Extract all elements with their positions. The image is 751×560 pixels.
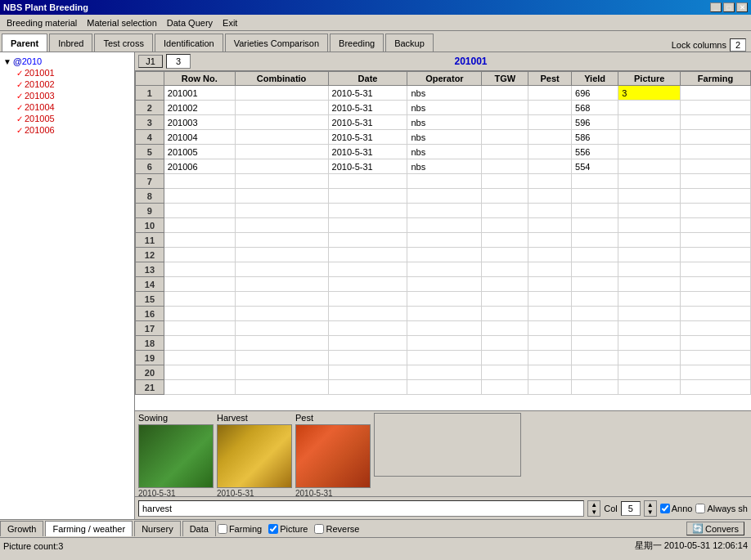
table-cell[interactable]	[235, 380, 328, 395]
table-cell[interactable]	[681, 204, 751, 218]
table-cell[interactable]: 2010-5-31	[328, 86, 407, 101]
table-cell[interactable]: nbs	[407, 86, 482, 101]
maximize-button[interactable]: □	[723, 2, 735, 12]
tab-parent[interactable]: Parent	[2, 34, 47, 52]
table-cell[interactable]	[235, 130, 328, 145]
table-cell[interactable]: 556	[572, 145, 618, 159]
table-cell[interactable]	[572, 233, 618, 248]
table-cell[interactable]	[235, 262, 328, 277]
pest-image-box[interactable]	[295, 424, 371, 488]
table-cell[interactable]	[328, 292, 407, 307]
table-cell[interactable]	[328, 262, 407, 277]
table-cell[interactable]	[572, 204, 618, 218]
always-show-checkbox[interactable]	[695, 504, 705, 513]
col-header-tgw[interactable]: TGW	[482, 72, 528, 86]
table-cell[interactable]	[681, 159, 751, 174]
table-cell[interactable]: 568	[572, 101, 618, 115]
table-cell[interactable]: nbs	[407, 159, 482, 174]
table-cell[interactable]	[572, 336, 618, 351]
table-cell[interactable]	[235, 233, 328, 248]
table-cell[interactable]	[328, 365, 407, 380]
table-cell[interactable]: 201004	[164, 130, 235, 145]
table-cell[interactable]	[164, 189, 235, 204]
table-cell[interactable]	[164, 248, 235, 262]
table-cell[interactable]	[235, 174, 328, 189]
table-cell[interactable]	[618, 277, 681, 292]
table-row[interactable]: 22010022010-5-31nbs568	[136, 101, 751, 115]
table-cell[interactable]	[681, 130, 751, 145]
table-cell[interactable]	[528, 277, 572, 292]
table-cell[interactable]	[164, 174, 235, 189]
anno-checkbox[interactable]	[660, 504, 670, 513]
table-cell[interactable]	[618, 336, 681, 351]
table-cell[interactable]	[164, 321, 235, 336]
lock-columns-input[interactable]	[730, 38, 746, 52]
table-cell[interactable]	[164, 204, 235, 218]
table-row[interactable]: 12010012010-5-31nbs6963	[136, 86, 751, 101]
tab-backup[interactable]: Backup	[385, 34, 434, 52]
bottom-tab-data[interactable]: Data	[182, 521, 216, 536]
table-cell[interactable]: 201001	[164, 86, 235, 101]
table-cell[interactable]	[482, 380, 528, 395]
table-cell[interactable]	[235, 336, 328, 351]
tree-item-201004[interactable]: ✓ 201004	[16, 101, 131, 113]
table-cell[interactable]	[235, 248, 328, 262]
table-cell[interactable]: 3	[618, 86, 681, 101]
table-cell[interactable]: 201003	[164, 115, 235, 130]
menu-data-query[interactable]: Data Query	[162, 16, 218, 29]
table-cell[interactable]	[235, 321, 328, 336]
table-cell[interactable]: 15	[136, 292, 164, 307]
table-cell[interactable]	[407, 351, 482, 365]
table-cell[interactable]	[618, 292, 681, 307]
table-cell[interactable]: nbs	[407, 130, 482, 145]
table-row[interactable]: 10	[136, 218, 751, 233]
table-cell[interactable]	[681, 307, 751, 321]
table-cell[interactable]	[482, 115, 528, 130]
table-cell[interactable]	[681, 174, 751, 189]
table-cell[interactable]	[618, 145, 681, 159]
picture-checkbox[interactable]	[268, 524, 278, 534]
table-cell[interactable]	[328, 351, 407, 365]
table-cell[interactable]	[328, 174, 407, 189]
col-header-picture[interactable]: Picture	[618, 72, 681, 86]
table-cell[interactable]: 7	[136, 174, 164, 189]
table-cell[interactable]	[482, 174, 528, 189]
col-header-pest[interactable]: Pest	[528, 72, 572, 86]
table-cell[interactable]: 18	[136, 336, 164, 351]
table-cell[interactable]	[235, 101, 328, 115]
table-cell[interactable]	[482, 204, 528, 218]
table-cell[interactable]	[528, 174, 572, 189]
table-cell[interactable]: 8	[136, 189, 164, 204]
table-cell[interactable]	[328, 233, 407, 248]
table-cell[interactable]	[407, 277, 482, 292]
table-cell[interactable]	[618, 130, 681, 145]
table-cell[interactable]	[328, 321, 407, 336]
col-header-operator[interactable]: Operator	[407, 72, 482, 86]
col-input[interactable]	[621, 501, 641, 516]
menu-material-selection[interactable]: Material selection	[82, 16, 162, 29]
table-cell[interactable]	[528, 86, 572, 101]
col-spin-up[interactable]: ▲	[645, 501, 656, 508]
table-cell[interactable]	[681, 86, 751, 101]
table-cell[interactable]	[528, 233, 572, 248]
table-cell[interactable]	[164, 292, 235, 307]
table-cell[interactable]	[572, 351, 618, 365]
table-cell[interactable]	[681, 380, 751, 395]
table-cell[interactable]	[528, 336, 572, 351]
table-cell[interactable]: 596	[572, 115, 618, 130]
table-cell[interactable]: 201005	[164, 145, 235, 159]
table-cell[interactable]	[572, 307, 618, 321]
table-cell[interactable]: nbs	[407, 101, 482, 115]
table-cell[interactable]	[528, 115, 572, 130]
table-cell[interactable]	[528, 189, 572, 204]
table-cell[interactable]	[328, 277, 407, 292]
table-cell[interactable]	[618, 115, 681, 130]
table-row[interactable]: 15	[136, 292, 751, 307]
table-cell[interactable]	[328, 336, 407, 351]
table-cell[interactable]: 2010-5-31	[328, 145, 407, 159]
table-cell[interactable]	[528, 262, 572, 277]
table-cell[interactable]	[407, 380, 482, 395]
table-cell[interactable]	[528, 130, 572, 145]
table-cell[interactable]	[681, 218, 751, 233]
table-cell[interactable]	[235, 115, 328, 130]
